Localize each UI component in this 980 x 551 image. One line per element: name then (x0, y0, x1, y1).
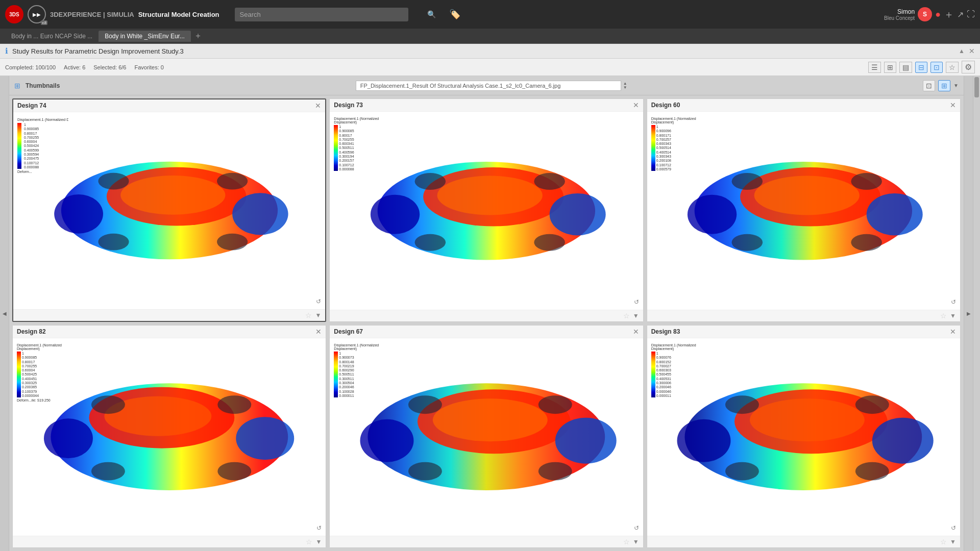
card-chevron-73[interactable]: ▼ (633, 312, 639, 319)
svg-point-3 (232, 193, 288, 235)
share-icon[interactable]: ↗ (957, 10, 964, 19)
card-chevron-82[interactable]: ▼ (315, 538, 322, 545)
file-input[interactable] (356, 81, 621, 91)
card-footer-82: ☆ ▼ (13, 536, 326, 547)
search-button[interactable]: 🔍 (427, 10, 436, 18)
svg-point-44 (538, 396, 572, 414)
card-chevron-74[interactable]: ▼ (315, 312, 321, 319)
version-badge: v.8 (41, 20, 47, 25)
bookmark-icon[interactable]: 🏷️ (449, 9, 460, 20)
scroll-thumb[interactable] (974, 77, 979, 97)
svg-point-23 (732, 234, 763, 251)
expand-icon[interactable]: ⛶ (967, 10, 975, 19)
tab-0-label: Body in ... Euro NCAP Side ... (11, 33, 92, 40)
right-chevron-icon: ▶ (967, 311, 971, 316)
add-icon[interactable]: ＋ (944, 8, 954, 21)
card-header-82: Design 82 ✕ (13, 325, 326, 338)
left-panel-toggle[interactable]: ◀ (0, 76, 9, 551)
card-close-73[interactable]: ✕ (633, 101, 639, 109)
svg-point-39 (555, 418, 617, 464)
card-body-83: Displacement.1 (Normalized Displacement)… (647, 338, 960, 536)
grid-view-icon[interactable]: ⊞ (884, 62, 896, 73)
settings-icon[interactable]: ⚙ (962, 61, 975, 73)
svg-point-52 (725, 396, 759, 414)
topbar-right: Simon Bleu Concept S ● ＋ ↗ ⛶ (884, 7, 975, 21)
svg-point-5 (98, 234, 129, 251)
card-footer-60: ☆ ▼ (647, 310, 960, 321)
card-star-73[interactable]: ☆ (623, 312, 630, 320)
scrollbar[interactable] (973, 76, 980, 551)
close-study-icon[interactable]: ✕ (969, 47, 975, 55)
card-close-83[interactable]: ✕ (950, 328, 956, 336)
card-close-60[interactable]: ✕ (950, 101, 956, 109)
grid-small-icon[interactable]: ▤ (899, 62, 912, 73)
layout-1x1-icon[interactable]: ⊞ (938, 80, 950, 91)
card-star-83[interactable]: ☆ (940, 538, 947, 546)
card-star-82[interactable]: ☆ (306, 538, 312, 546)
card-footer-67: ☆ ▼ (330, 536, 643, 547)
svg-point-49 (677, 419, 731, 462)
card-footer-74: ☆ ▼ (13, 309, 325, 321)
thumbnail-header: ⊞ Thumbnails ▲ ▼ ⊡ ⊞ ▼ (9, 76, 964, 95)
card-chevron-83[interactable]: ▼ (950, 538, 956, 545)
collapse-icon[interactable]: ▲ (959, 47, 965, 55)
app-logo: 3DS (5, 5, 23, 23)
tab-0[interactable]: Body in ... Euro NCAP Side ... (5, 31, 99, 42)
notifications-icon[interactable]: ● (935, 9, 941, 20)
user-company: Bleu Concept (884, 15, 915, 21)
card-reload-73[interactable]: ↺ (634, 298, 639, 306)
play-button[interactable]: ▶ v.8 (28, 5, 46, 23)
user-name: Simon Bleu Concept (884, 8, 915, 21)
scatter-view-icon[interactable]: ⊡ (930, 62, 943, 73)
card-body-74: Displacement.1 (Normalized Displacement)… (13, 112, 325, 309)
svg-point-31 (44, 418, 93, 458)
design-card-74: Design 74 ✕ Displacement.1 (Normalized D… (12, 98, 326, 322)
card-header-74: Design 74 ✕ (13, 99, 325, 112)
sync-view-icon[interactable]: ⊡ (923, 80, 935, 91)
card-reload-82[interactable]: ↺ (316, 524, 322, 532)
svg-point-15 (534, 234, 566, 251)
card-close-74[interactable]: ✕ (315, 102, 321, 110)
card-reload-60[interactable]: ↺ (951, 298, 956, 306)
card-star-60[interactable]: ☆ (940, 312, 947, 320)
user-info: Simon Bleu Concept S ● ＋ ↗ ⛶ (884, 7, 975, 21)
compare-view-icon[interactable]: ⊟ (915, 62, 927, 73)
card-close-82[interactable]: ✕ (315, 328, 322, 336)
card-reload-67[interactable]: ↺ (634, 524, 639, 532)
svg-point-20 (754, 176, 860, 215)
thumbnails-label: Thumbnails (26, 82, 60, 89)
layout-arrow-icon[interactable]: ▼ (953, 83, 959, 88)
svg-point-17 (534, 173, 566, 190)
svg-point-6 (217, 234, 248, 251)
status-left: Completed: 100/100 Active: 6 Selected: 6… (5, 64, 164, 70)
list-view-icon[interactable]: ☰ (868, 62, 881, 73)
file-arrows[interactable]: ▲ ▼ (623, 82, 627, 90)
tabbar: Body in ... Euro NCAP Side ... Body in W… (0, 29, 980, 44)
svg-point-7 (98, 173, 129, 190)
card-chevron-67[interactable]: ▼ (633, 538, 639, 545)
card-star-67[interactable]: ☆ (623, 538, 630, 546)
tab-1[interactable]: Body in White _SimEnv Eur... (99, 31, 191, 42)
favorites-icon[interactable]: ☆ (946, 62, 959, 73)
card-title-82: Design 82 (17, 328, 46, 335)
card-reload-83[interactable]: ↺ (951, 524, 956, 532)
right-panel-toggle[interactable]: ▶ (964, 76, 973, 551)
user-avatar[interactable]: S (918, 7, 932, 21)
svg-point-14 (415, 234, 446, 251)
card-reload-74[interactable]: ↺ (316, 298, 321, 305)
status-bar: Completed: 100/100 Active: 6 Selected: 6… (0, 59, 980, 76)
card-star-74[interactable]: ☆ (305, 311, 312, 319)
search-input[interactable] (235, 8, 408, 21)
svg-point-53 (855, 396, 889, 414)
card-title-67: Design 67 (334, 328, 363, 335)
card-title-74: Design 74 (17, 102, 46, 109)
card-header-67: Design 67 ✕ (330, 325, 643, 338)
tab-1-label: Body in White _SimEnv Eur... (105, 33, 185, 40)
svg-point-47 (750, 399, 865, 442)
status-right: ☰ ⊞ ▤ ⊟ ⊡ ☆ ⚙ (868, 61, 975, 73)
card-close-67[interactable]: ✕ (633, 328, 639, 336)
svg-point-32 (91, 462, 125, 481)
card-footer-73: ☆ ▼ (330, 310, 643, 321)
card-chevron-60[interactable]: ▼ (950, 312, 956, 319)
tab-add-button[interactable]: ＋ (191, 31, 205, 41)
